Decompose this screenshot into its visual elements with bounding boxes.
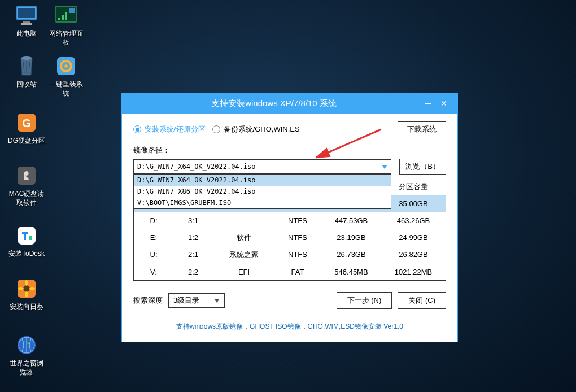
svg-rect-6 bbox=[62, 15, 64, 20]
desktop-icon-mac-disk[interactable]: MAC硬盘读取软件 bbox=[7, 164, 46, 207]
next-button[interactable]: 下一步 (N) bbox=[337, 292, 392, 309]
desktop-icon-sunflower[interactable]: 安装向日葵 bbox=[7, 277, 46, 312]
svg-point-22 bbox=[18, 287, 24, 290]
desktop-icon-dg[interactable]: G DG硬盘分区 bbox=[7, 111, 46, 146]
radio-backup[interactable]: 备份系统/GHO,WIN,ES bbox=[212, 124, 300, 134]
desktop-icon-network-panel[interactable]: 网络管理面板 bbox=[46, 3, 86, 47]
trash-icon bbox=[15, 54, 38, 78]
todesk-icon bbox=[15, 224, 38, 247]
combo-option[interactable]: V:\BOOT\IMGS\GRUBFM.ISO bbox=[134, 197, 391, 208]
monitor-icon bbox=[15, 3, 38, 27]
combo-value: D:\G_WIN7_X64_OK_V2022.04.iso bbox=[137, 163, 256, 171]
svg-point-19 bbox=[23, 285, 30, 292]
globe-icon bbox=[15, 333, 38, 357]
svg-rect-5 bbox=[58, 18, 60, 20]
svg-rect-8 bbox=[69, 8, 75, 13]
table-row[interactable]: D:3:1NTFS447.53GB463.26GB bbox=[134, 212, 446, 229]
table-row[interactable]: E:1:2软件NTFS23.19GB24.99GB bbox=[134, 229, 446, 246]
svg-rect-2 bbox=[23, 21, 30, 23]
desktop-icon-todesk[interactable]: 安装ToDesk bbox=[7, 224, 46, 259]
svg-point-23 bbox=[29, 287, 35, 290]
depth-select[interactable]: 3级目录 bbox=[168, 293, 225, 308]
mac-disk-icon bbox=[15, 164, 38, 188]
svg-rect-17 bbox=[29, 236, 32, 240]
svg-point-21 bbox=[25, 291, 28, 297]
image-path-combo[interactable]: D:\G_WIN7_X64_OK_V2022.04.iso D:\G_WIN7_… bbox=[133, 159, 391, 174]
download-button[interactable]: 下载系统 bbox=[398, 121, 446, 137]
footer-text: 支持windows原版镜像，GHOST ISO镜像，GHO,WIM,ESD镜像安… bbox=[133, 317, 446, 336]
svg-rect-1 bbox=[18, 8, 35, 18]
desktop-icon-reinstall[interactable]: 一键重装系统 bbox=[46, 54, 86, 98]
titlebar[interactable]: 支持安装windows XP/7/8/10 系统 ─ ✕ bbox=[122, 93, 457, 114]
chevron-down-icon bbox=[382, 165, 387, 169]
sunflower-icon bbox=[15, 277, 38, 300]
minimize-button[interactable]: ─ bbox=[420, 97, 436, 110]
path-label: 镜像路径： bbox=[133, 145, 446, 155]
svg-rect-15 bbox=[18, 167, 36, 185]
dg-icon: G bbox=[15, 111, 38, 134]
depth-label: 搜索深度 bbox=[133, 295, 163, 306]
combo-option[interactable]: D:\G_WIN7_X64_OK_V2022.04.iso bbox=[134, 175, 391, 186]
svg-text:G: G bbox=[22, 117, 31, 129]
desktop-icon-world-browser[interactable]: 世界之窗浏览器 bbox=[7, 333, 46, 377]
close-button[interactable]: ✕ bbox=[436, 97, 452, 110]
combo-option[interactable]: D:\G_WIN7_X86_OK_V2022.04.iso bbox=[134, 186, 391, 197]
svg-rect-7 bbox=[65, 12, 67, 20]
svg-point-20 bbox=[25, 280, 28, 286]
network-icon bbox=[54, 3, 78, 27]
dialog-title: 支持安装windows XP/7/8/10 系统 bbox=[128, 98, 420, 109]
desktop-icon-this-pc[interactable]: 此电脑 bbox=[7, 3, 46, 38]
radio-dot-icon bbox=[133, 125, 141, 133]
svg-rect-3 bbox=[21, 23, 32, 25]
table-row[interactable]: V:2:2EFIFAT546.45MB1021.22MB bbox=[134, 263, 446, 280]
svg-point-9 bbox=[21, 56, 32, 60]
install-dialog: 支持安装windows XP/7/8/10 系统 ─ ✕ 安装系统/还原分区 备… bbox=[121, 93, 458, 342]
browse-button[interactable]: 浏览（B） bbox=[399, 159, 446, 175]
svg-rect-16 bbox=[18, 227, 36, 245]
close-dialog-button[interactable]: 关闭 (C) bbox=[398, 292, 446, 309]
radio-dot-icon bbox=[212, 125, 220, 133]
table-row[interactable]: U:2:1系统之家NTFS26.73GB26.82GB bbox=[134, 246, 446, 263]
gear-icon bbox=[54, 54, 78, 78]
radio-install[interactable]: 安装系统/还原分区 bbox=[133, 124, 206, 134]
desktop-icon-recycle-bin[interactable]: 回收站 bbox=[7, 54, 46, 89]
chevron-down-icon bbox=[214, 299, 220, 303]
svg-point-12 bbox=[64, 64, 68, 68]
combo-dropdown: D:\G_WIN7_X64_OK_V2022.04.iso D:\G_WIN7_… bbox=[133, 174, 391, 209]
